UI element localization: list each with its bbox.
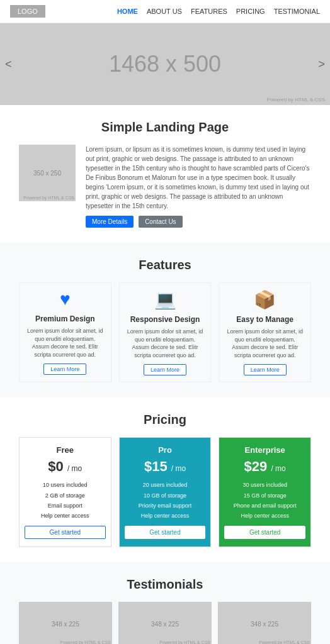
free-plan-name: Free [25,445,106,455]
premium-icon: ♥ [26,289,105,309]
free-price: $0 / mo [25,458,106,475]
manage-learn-more[interactable]: Learn More [244,364,287,375]
about-buttons: More Details Contact Us [86,216,311,228]
testimonial-3-image: 348 x 225 Powered by HTML & CSS [218,602,311,644]
nav-link-about[interactable]: ABOUT US [147,8,182,15]
premium-learn-more[interactable]: Learn More [43,364,86,375]
about-inner: 350 x 250 Powered by HTML & CSS Lorem ip… [19,145,311,228]
testimonial-1: 348 x 225 Powered by HTML & CSS ★★★★★ Th… [19,602,112,644]
pro-plan-name: Pro [125,445,206,455]
feature-card-responsive: 💻 Responsive Design Lorem ipsum dolor si… [119,282,212,382]
testimonial-3-credit: Powered by HTML & CSS [259,640,310,644]
feature-card-manage: 📦 Easy to Manage Lorem ipsum dolor sit a… [219,282,311,382]
testimonials-title: Testimonials [19,577,311,592]
hero-arrow-left[interactable]: < [5,58,12,71]
about-image: 350 x 250 Powered by HTML & CSS [19,145,76,201]
premium-desc: Lorem ipsum dolor sit amet, id quo erudi… [26,327,105,358]
contact-us-button[interactable]: Contact Us [139,216,182,228]
hero-arrow-right[interactable]: > [318,58,325,71]
nav-link-pricing[interactable]: PRICING [236,8,265,15]
responsive-desc: Lorem ipsum dolor sit amet, id quo erudi… [126,328,205,359]
nav-link-features[interactable]: FEATURES [191,8,227,15]
responsive-title: Responsive Design [126,315,205,324]
about-section: Simple Landing Page 350 x 250 Powered by… [0,105,330,243]
enterprise-price: $29 / mo [224,458,305,475]
features-section: Features ♥ Premium Design Lorem ipsum do… [0,243,330,397]
pro-features: 20 users included10 GB of storagePriorit… [125,480,206,521]
pricing-title: Pricing [19,413,311,427]
manage-icon: 📦 [225,289,304,310]
features-title: Features [19,258,311,272]
testimonial-2-image: 348 x 225 Powered by HTML & CSS [118,602,212,644]
premium-title: Premium Design [26,314,105,323]
testimonials-grid: 348 x 225 Powered by HTML & CSS ★★★★★ Th… [19,602,311,644]
enterprise-get-started[interactable]: Get started [224,526,305,539]
pro-get-started[interactable]: Get started [125,526,206,539]
testimonial-1-image: 348 x 225 Powered by HTML & CSS [19,602,112,644]
nav-link-testimonial[interactable]: TESTIMONIAL [274,8,320,15]
nav-logo-button[interactable]: LOGO [10,5,45,18]
hero-credit: Powered by HTML & CSS [267,97,325,103]
pricing-free: Free $0 / mo 10 users included2 GB of st… [19,437,111,547]
testimonial-2-credit: Powered by HTML & CSS [159,640,210,644]
manage-title: Easy to Manage [225,315,304,324]
manage-desc: Lorem ipsum dolor sit amet, id quo erudi… [225,328,304,359]
responsive-learn-more[interactable]: Learn More [144,364,186,375]
enterprise-features: 30 users included15 GB of storagePhone a… [224,480,305,521]
free-get-started[interactable]: Get started [25,526,106,539]
about-img-credit: Powered by HTML & CSS [23,196,74,200]
navigation: LOGO HOME ABOUT US FEATURES PRICING TEST… [0,0,330,23]
responsive-icon: 💻 [126,289,205,310]
about-title: Simple Landing Page [19,120,311,135]
hero-section: < 1468 x 500 > Powered by HTML & CSS [0,23,330,105]
features-grid: ♥ Premium Design Lorem ipsum dolor sit a… [19,282,311,382]
nav-link-home[interactable]: HOME [117,8,138,15]
about-content: Lorem ipsum, or lipsum as it is sometime… [86,145,311,228]
feature-card-premium: ♥ Premium Design Lorem ipsum dolor sit a… [19,282,111,382]
testimonial-3: 348 x 225 Powered by HTML & CSS ★★★★★ Th… [218,602,311,644]
pro-price: $15 / mo [125,458,206,475]
nav-links: HOME ABOUT US FEATURES PRICING TESTIMONI… [117,8,320,15]
pricing-pro: Pro $15 / mo 20 users included10 GB of s… [119,437,212,547]
pricing-grid: Free $0 / mo 10 users included2 GB of st… [19,437,311,547]
testimonial-2: 348 x 225 Powered by HTML & CSS ★★★★★ Th… [118,602,212,644]
testimonials-section: Testimonials 348 x 225 Powered by HTML &… [0,562,330,644]
about-text: Lorem ipsum, or lipsum as it is sometime… [86,145,311,211]
pricing-section: Pricing Free $0 / mo 10 users included2 … [0,397,330,562]
pricing-enterprise: Enterprise $29 / mo 30 users included15 … [219,437,311,547]
more-details-button[interactable]: More Details [86,216,134,228]
enterprise-plan-name: Enterprise [224,445,305,455]
hero-dimensions-text: 1468 x 500 [109,51,221,77]
free-features: 10 users included2 GB of storageEmail su… [25,480,106,521]
testimonial-1-credit: Powered by HTML & CSS [60,640,111,644]
